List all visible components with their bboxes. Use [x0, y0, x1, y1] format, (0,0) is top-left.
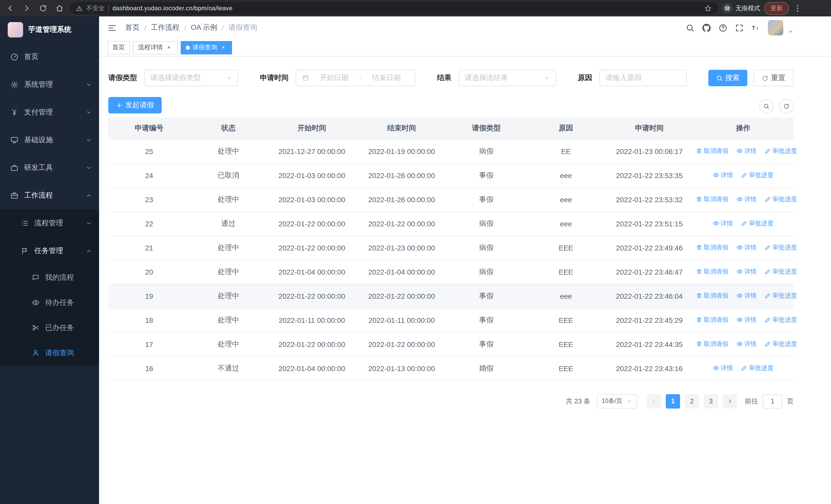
update-button[interactable]: 更新	[764, 2, 789, 14]
cell-apply-id: 23	[108, 187, 190, 211]
detail-link[interactable]: 详情	[713, 219, 733, 228]
reset-icon	[762, 75, 768, 81]
forward-button[interactable]	[21, 2, 33, 14]
close-icon[interactable]	[165, 44, 172, 51]
approval-progress-link[interactable]: 审批进度	[765, 340, 797, 349]
sidebar-item-todo-task[interactable]: 待办任务	[0, 290, 99, 315]
table-row: 21 处理中 2022-01-22 00:00:00 2022-01-23 00…	[108, 236, 794, 260]
breadcrumb-item[interactable]: 工作流程 /	[151, 23, 191, 32]
page-size-select[interactable]: 10条/页	[597, 394, 637, 408]
sidebar-item-done-task[interactable]: 已办任务	[0, 315, 99, 340]
chevron-down-icon	[86, 220, 92, 226]
close-icon[interactable]	[220, 44, 227, 51]
approval-progress-link[interactable]: 审批进度	[741, 219, 774, 228]
sidebar-item-dev-tools[interactable]: 研发工具	[0, 154, 99, 182]
approval-progress-link[interactable]: 审批进度	[765, 292, 797, 300]
approval-progress-link[interactable]: 审批进度	[741, 171, 774, 180]
reload-button[interactable]	[37, 2, 49, 14]
tab-home[interactable]: 首页	[107, 41, 130, 54]
cell-status: 处理中	[190, 139, 267, 163]
gear-icon	[10, 81, 19, 89]
breadcrumb-item[interactable]: 首页 /	[125, 23, 151, 32]
goto-page-input[interactable]	[763, 394, 782, 408]
sidebar-item-payment-management[interactable]: 支付管理	[0, 98, 99, 126]
prev-page-button[interactable]	[647, 394, 661, 408]
cancel-leave-link[interactable]: 取消请假	[696, 147, 728, 155]
trash-icon	[696, 293, 702, 299]
cancel-leave-link[interactable]: 取消请假	[696, 243, 728, 252]
page-button-3[interactable]: 3	[704, 394, 718, 408]
app-logo: 芋道管理系统	[0, 17, 99, 43]
cancel-leave-link[interactable]: 取消请假	[696, 316, 728, 324]
sidebar-item-workflow[interactable]: 工作流程	[0, 182, 99, 209]
approval-progress-link[interactable]: 审批进度	[765, 147, 797, 155]
avatar-caret-icon[interactable]	[788, 28, 794, 34]
cell-start-time: 2022-01-03 00:00:00	[267, 163, 357, 187]
tab-leave-query[interactable]: 请假查询	[181, 41, 232, 54]
browser-menu-icon[interactable]	[793, 4, 802, 13]
approval-progress-link[interactable]: 审批进度	[765, 267, 797, 276]
sidebar-item-process-management[interactable]: 流程管理	[0, 209, 99, 237]
tab-process-detail[interactable]: 流程详情	[133, 41, 178, 54]
cell-start-time: 2022-01-03 00:00:00	[267, 187, 357, 211]
approval-progress-link[interactable]: 审批进度	[765, 243, 797, 252]
help-icon[interactable]	[719, 23, 727, 32]
user-avatar[interactable]	[768, 20, 783, 35]
cell-reason: eee	[526, 187, 606, 211]
collapse-sidebar-icon[interactable]	[107, 23, 117, 33]
url-bar[interactable]: 不安全 dashboard.yudao.iocoder.cn/bpm/oa/le…	[70, 2, 718, 14]
search-button[interactable]: 搜索	[708, 70, 747, 86]
cancel-leave-link[interactable]: 取消请假	[696, 292, 728, 300]
font-size-icon[interactable]: TT	[751, 23, 760, 32]
table-row: 25 处理中 2021-12-27 00:00:00 2022-01-19 00…	[108, 139, 794, 163]
detail-link[interactable]: 详情	[713, 171, 733, 180]
cancel-leave-link[interactable]: 取消请假	[696, 340, 728, 349]
detail-link[interactable]: 详情	[737, 147, 756, 155]
reset-button[interactable]: 重置	[753, 70, 794, 86]
detail-link[interactable]: 详情	[737, 195, 756, 204]
result-select[interactable]: 请选择流结果	[459, 70, 556, 86]
refresh-table-button[interactable]	[779, 99, 794, 113]
detail-link[interactable]: 详情	[737, 292, 756, 300]
approval-progress-link[interactable]: 审批进度	[741, 364, 774, 373]
leave-type-select[interactable]: 请选择请假类型	[144, 70, 238, 86]
sidebar-item-infrastructure[interactable]: 基础设施	[0, 126, 99, 154]
table-mini-buttons	[759, 99, 794, 113]
search-icon	[716, 75, 723, 81]
cancel-leave-link[interactable]: 取消请假	[696, 195, 728, 204]
detail-link[interactable]: 详情	[737, 267, 756, 276]
bookmark-star-icon[interactable]	[704, 4, 712, 12]
sidebar-item-system-management[interactable]: 系统管理	[0, 71, 99, 98]
page-button-2[interactable]: 2	[685, 394, 699, 408]
edit-icon	[741, 172, 747, 178]
detail-link[interactable]: 详情	[737, 340, 756, 349]
breadcrumb-item[interactable]: OA 示例 /	[191, 23, 229, 32]
detail-link[interactable]: 详情	[713, 364, 733, 373]
cell-apply-time: 2022-01-22 23:44:35	[606, 332, 693, 356]
cancel-leave-link[interactable]: 取消请假	[696, 267, 728, 276]
sidebar-item-task-management[interactable]: 任务管理	[0, 237, 99, 265]
page-button-1[interactable]: 1	[666, 394, 680, 408]
fullscreen-icon[interactable]	[735, 23, 744, 32]
column-header: 请假类型	[447, 118, 526, 139]
approval-progress-link[interactable]: 审批进度	[765, 316, 797, 324]
list-icon	[21, 219, 29, 227]
github-icon[interactable]	[702, 23, 711, 32]
approval-progress-link[interactable]: 审批进度	[765, 195, 797, 204]
monitor-icon	[10, 136, 19, 144]
search-icon[interactable]	[686, 23, 694, 32]
toggle-search-button[interactable]	[759, 99, 774, 113]
table-row: 18 处理中 2022-01-11 00:00:00 2022-01-11 00…	[108, 308, 794, 332]
date-range-picker[interactable]: 开始日期 - 结束日期	[296, 70, 416, 86]
create-leave-button[interactable]: 发起请假	[108, 97, 162, 113]
detail-link[interactable]: 详情	[737, 243, 756, 252]
detail-link[interactable]: 详情	[737, 316, 756, 324]
sidebar-item-home[interactable]: 首页	[0, 43, 99, 71]
next-page-button[interactable]	[723, 394, 737, 408]
sidebar-item-my-process[interactable]: 我的流程	[0, 265, 99, 290]
cell-leave-type: 病假	[447, 211, 526, 236]
back-button[interactable]	[4, 2, 17, 14]
home-button[interactable]	[53, 2, 66, 14]
reason-input[interactable]: 请输入原因	[600, 70, 687, 86]
sidebar-item-leave-query[interactable]: 请假查询	[0, 340, 99, 365]
